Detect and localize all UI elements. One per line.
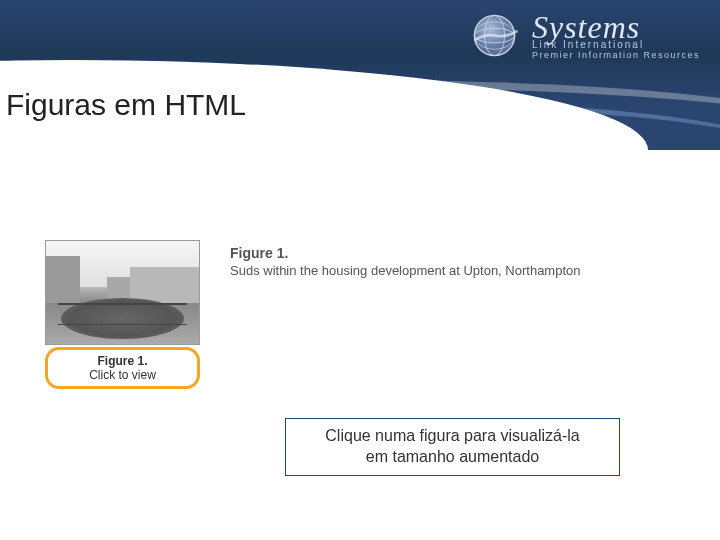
figure-desc-text: Suds within the housing development at U… xyxy=(230,263,581,278)
figure-thumbnail-image[interactable] xyxy=(45,240,200,345)
header-banner: Systems Link International Premier Infor… xyxy=(0,0,720,150)
globe-icon xyxy=(467,8,522,63)
content-area: Figure 1. Click to view Figure 1. Suds w… xyxy=(0,150,720,389)
instruction-line2: em tamanho aumentado xyxy=(366,448,539,465)
thumbnail-caption-highlight[interactable]: Figure 1. Click to view xyxy=(45,347,200,389)
logo-sub-text-2: Premier Information Resources xyxy=(532,51,700,60)
logo: Systems Link International Premier Infor… xyxy=(467,8,700,63)
logo-sub-text-1: Link International xyxy=(532,40,700,50)
instruction-callout: Clique numa figura para visualizá-la em … xyxy=(285,418,620,476)
figure-thumbnail-block: Figure 1. Click to view xyxy=(45,240,200,389)
instruction-line1: Clique numa figura para visualizá-la xyxy=(325,427,579,444)
figure-desc-title: Figure 1. xyxy=(230,245,581,261)
footer-wave-decor xyxy=(0,470,720,540)
thumbnail-figure-label: Figure 1. xyxy=(58,354,187,368)
page-title: Figuras em HTML xyxy=(6,88,246,122)
click-to-view-label: Click to view xyxy=(58,368,187,382)
figure-row: Figure 1. Click to view Figure 1. Suds w… xyxy=(45,240,720,389)
figure-description: Figure 1. Suds within the housing develo… xyxy=(230,240,581,278)
